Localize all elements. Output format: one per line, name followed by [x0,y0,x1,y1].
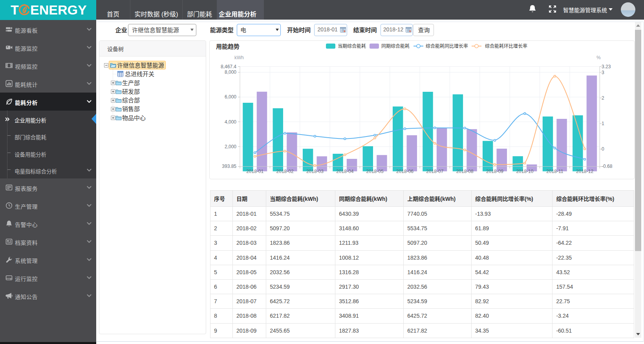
svg-text:2018-06: 2018-06 [396,169,413,174]
svg-text:2018-11: 2018-11 [546,169,563,174]
svg-text:2018-09: 2018-09 [486,169,503,174]
svg-text:6,000: 6,000 [225,94,236,100]
svg-text:8,467.4: 8,467.4 [221,64,236,69]
svg-text:2,000: 2,000 [225,144,236,149]
svg-text:4,000: 4,000 [225,119,236,125]
svg-text:许继信息智慧能源: 许继信息智慧能源 [117,62,164,69]
svg-text:-0.68: -0.68 [602,164,613,169]
svg-text:生产部: 生产部 [122,80,140,86]
svg-text:%: % [596,55,601,60]
svg-text:3.23: 3.23 [602,64,611,69]
svg-text:总进线开关: 总进线开关 [125,71,154,77]
svg-text:当期综合能耗: 当期综合能耗 [338,43,366,49]
svg-text:2018-01: 2018-01 [246,169,263,174]
svg-text:综合能耗环比增长率: 综合能耗环比增长率 [485,43,527,49]
svg-text:同期综合能耗: 同期综合能耗 [381,43,410,49]
svg-text:8,000: 8,000 [225,69,236,75]
svg-text:2018-03: 2018-03 [306,169,324,174]
svg-text:2018-12: 2018-12 [576,169,593,174]
svg-text:3: 3 [602,70,604,75]
svg-text:综合能耗同比增长率: 综合能耗同比增长率 [426,43,468,49]
svg-text:2018-02: 2018-02 [276,169,294,174]
svg-text:kWh: kWh [234,55,244,60]
svg-text:研发部: 研发部 [122,88,140,95]
svg-text:2018-04: 2018-04 [336,169,353,174]
svg-text:2: 2 [602,95,604,101]
svg-text:2018-05: 2018-05 [366,169,384,174]
svg-text:2018-07: 2018-07 [426,169,443,174]
svg-text:销售部: 销售部 [122,106,140,112]
svg-text:2018-08: 2018-08 [456,169,474,174]
svg-text:用能趋势: 用能趋势 [216,43,240,50]
svg-text:物品中心: 物品中心 [122,115,146,121]
svg-text:1: 1 [602,121,604,126]
svg-text:综合部: 综合部 [122,97,140,104]
svg-text:393.85: 393.85 [222,164,236,169]
svg-text:0: 0 [602,146,604,152]
svg-text:2018-10: 2018-10 [516,169,533,174]
